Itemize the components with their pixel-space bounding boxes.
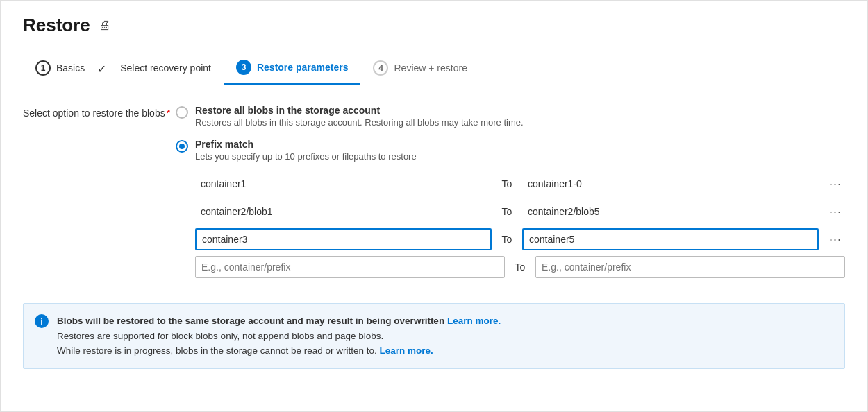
option-all-blobs-text: Restore all blobs in the storage account…: [195, 105, 524, 128]
page-container: Restore 🖨 1 Basics ✓ Select recovery poi…: [0, 0, 868, 412]
prefix-from-input-2[interactable]: [195, 228, 492, 250]
form-right-content: Restore all blobs in the storage account…: [176, 105, 845, 284]
step-circle-basics: 1: [35, 60, 51, 76]
option-prefix-match-desc: Lets you specify up to 10 prefixes or fi…: [195, 151, 417, 162]
to-label-1: To: [499, 206, 515, 217]
info-line1-pre: Blobs will be restored to the same stora…: [57, 316, 447, 326]
radio-all-blobs[interactable]: [176, 106, 188, 119]
info-line-3: While restore is in progress, blobs in t…: [57, 343, 501, 359]
option-prefix-match-text: Prefix match Lets you specify up to 10 p…: [195, 139, 417, 162]
wizard-steps: 1 Basics ✓ Select recovery point 3 Resto…: [23, 53, 845, 85]
step-label-basics: Basics: [56, 62, 85, 74]
info-learn-more-1[interactable]: Learn more.: [447, 316, 501, 326]
more-button-0[interactable]: ···: [826, 174, 845, 194]
prefix-to-0: container1-0: [522, 173, 819, 195]
step-circle-restore: 3: [236, 60, 251, 75]
step-restore-params[interactable]: 3 Restore parameters: [224, 53, 361, 85]
step-circle-review: 4: [373, 60, 388, 76]
prefix-from-input-3[interactable]: [195, 256, 505, 278]
prefix-row-2: To ···: [195, 228, 845, 250]
info-line-1: Blobs will be restored to the same stora…: [57, 314, 501, 329]
info-text: Blobs will be restored to the same stora…: [57, 314, 501, 359]
step-review-restore[interactable]: 4 Review + restore: [360, 53, 479, 84]
step-select-recovery[interactable]: Select recovery point: [108, 55, 224, 82]
page-title: Restore: [23, 15, 90, 36]
to-label-2: To: [499, 234, 515, 245]
prefix-to-input-3[interactable]: [535, 256, 845, 278]
info-learn-more-2[interactable]: Learn more.: [379, 345, 433, 356]
prefix-from-0: container1: [195, 173, 492, 195]
more-button-2[interactable]: ···: [826, 230, 845, 249]
step-basics[interactable]: 1 Basics: [23, 53, 97, 84]
prefix-to-1: container2/blob5: [522, 200, 819, 223]
print-icon[interactable]: 🖨: [99, 18, 111, 33]
step-check-icon: ✓: [97, 62, 106, 76]
prefix-row-1: container2/blob1 To container2/blob5 ···: [195, 200, 845, 223]
main-content: Select option to restore the blobs* Rest…: [23, 105, 845, 284]
prefix-table: container1 To container1-0 ··· container…: [195, 173, 845, 278]
step-label-restore-params: Restore parameters: [257, 62, 349, 73]
info-line-2: Restores are supported for block blobs o…: [57, 329, 501, 344]
prefix-row-3: To: [195, 256, 845, 278]
prefix-to-input-2[interactable]: [522, 228, 819, 250]
info-line3-pre: While restore is in progress, blobs in t…: [57, 345, 379, 356]
option-all-blobs[interactable]: Restore all blobs in the storage account…: [176, 105, 845, 128]
more-button-1[interactable]: ···: [826, 202, 845, 221]
required-star: *: [167, 108, 170, 119]
to-label-3: To: [512, 261, 528, 273]
step-label-review-restore: Review + restore: [394, 62, 467, 74]
option-all-blobs-label: Restore all blobs in the storage account: [195, 105, 524, 116]
option-all-blobs-desc: Restores all blobs in this storage accou…: [195, 117, 524, 128]
page-header: Restore 🖨: [23, 15, 845, 36]
to-label-0: To: [499, 178, 515, 189]
radio-prefix-match[interactable]: [176, 140, 188, 153]
option-prefix-match[interactable]: Prefix match Lets you specify up to 10 p…: [176, 139, 845, 162]
option-prefix-match-label: Prefix match: [195, 139, 417, 150]
prefix-from-1: container2/blob1: [195, 200, 492, 223]
step-label-select-recovery: Select recovery point: [120, 62, 211, 74]
info-icon: i: [35, 314, 49, 328]
form-left-label: Select option to restore the blobs*: [23, 105, 176, 284]
info-banner: i Blobs will be restored to the same sto…: [23, 303, 845, 369]
prefix-row-0: container1 To container1-0 ···: [195, 173, 845, 195]
